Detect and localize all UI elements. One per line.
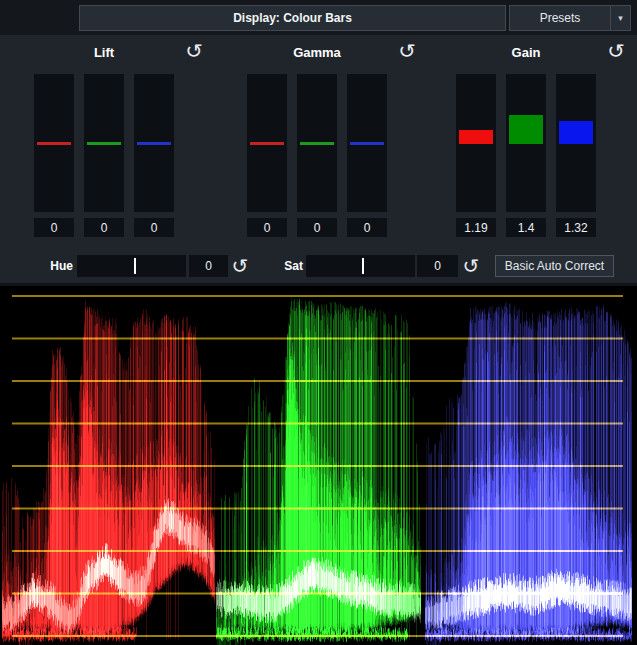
gamma-blue-slider[interactable] (347, 74, 387, 212)
lift-label: Lift (34, 45, 174, 60)
sat-reset-icon[interactable]: ↺ (460, 254, 482, 278)
gamma-green-value: 0 (297, 218, 337, 237)
lift-green-slider[interactable] (84, 74, 124, 212)
gain-green-handle[interactable] (509, 115, 543, 144)
gain-red-handle[interactable] (459, 130, 493, 144)
gain-red-slider[interactable] (456, 74, 496, 212)
presets-dropdown-arrow-icon[interactable]: ▾ (610, 6, 630, 30)
colour-correction-panel: Display: Colour Bars Presets ▾ Lift ↺ 0 … (0, 0, 637, 645)
hue-value: 0 (189, 255, 228, 277)
lift-red-slider[interactable] (34, 74, 74, 212)
lift-blue-value: 0 (134, 218, 174, 237)
lift-section: Lift ↺ 0 0 0 (34, 35, 174, 255)
gain-section: Gain ↺ 1.19 1.4 1.32 (456, 35, 596, 255)
display-mode-button[interactable]: Display: Colour Bars (79, 5, 506, 31)
gain-reset-icon[interactable]: ↺ (604, 39, 627, 63)
gamma-red-value: 0 (247, 218, 287, 237)
top-bar: Display: Colour Bars Presets ▾ (0, 0, 637, 35)
gain-green-value: 1.4 (506, 218, 546, 237)
gamma-blue-value: 0 (347, 218, 387, 237)
rgb-parade-canvas (0, 283, 637, 645)
lift-green-handle[interactable] (87, 142, 121, 145)
gamma-green-slider[interactable] (297, 74, 337, 212)
lift-reset-icon[interactable]: ↺ (182, 39, 205, 63)
presets-button[interactable]: Presets (510, 6, 610, 30)
gamma-blue-handle[interactable] (350, 142, 384, 145)
sat-label: Sat (268, 259, 303, 273)
hue-slider-handle[interactable] (134, 258, 136, 274)
gamma-red-handle[interactable] (250, 142, 284, 145)
sat-slider[interactable] (306, 255, 415, 277)
gamma-section: Gamma ↺ 0 0 0 (247, 35, 387, 255)
sat-slider-handle[interactable] (362, 258, 364, 274)
gamma-reset-icon[interactable]: ↺ (395, 39, 418, 63)
gain-red-value: 1.19 (456, 218, 496, 237)
hue-reset-icon[interactable]: ↺ (229, 254, 251, 278)
lift-blue-handle[interactable] (137, 142, 171, 145)
gain-green-slider[interactable] (506, 74, 546, 212)
basic-auto-correct-button[interactable]: Basic Auto Correct (495, 255, 614, 277)
sat-value: 0 (417, 255, 458, 277)
lift-green-value: 0 (84, 218, 124, 237)
lift-blue-slider[interactable] (134, 74, 174, 212)
hue-label: Hue (38, 259, 73, 273)
gain-blue-handle[interactable] (559, 121, 593, 144)
hue-sat-row: Hue 0 ↺ Sat 0 ↺ Basic Auto Correct (0, 255, 637, 277)
waveform-scope (0, 283, 637, 645)
gain-label: Gain (456, 45, 596, 60)
gamma-red-slider[interactable] (247, 74, 287, 212)
gain-blue-slider[interactable] (556, 74, 596, 212)
gamma-green-handle[interactable] (300, 142, 334, 145)
gain-blue-value: 1.32 (556, 218, 596, 237)
lift-red-handle[interactable] (37, 142, 71, 145)
hue-slider[interactable] (77, 255, 186, 277)
lift-red-value: 0 (34, 218, 74, 237)
gamma-label: Gamma (247, 45, 387, 60)
presets-group: Presets ▾ (509, 5, 631, 31)
